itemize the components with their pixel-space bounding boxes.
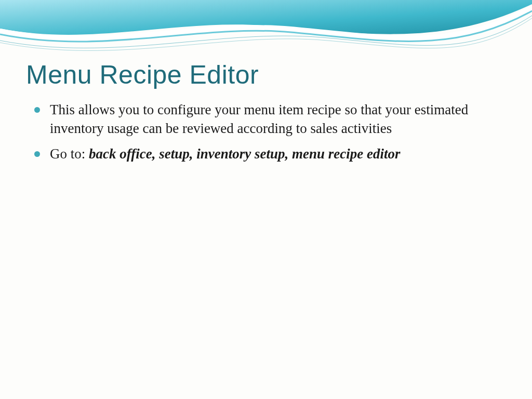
bullet-text-bold: back office, setup, inventory setup, men… (89, 146, 400, 162)
bullet-text: This allows you to configure your menu i… (50, 102, 468, 136)
slide-content: Menu Recipe Editor This allows you to co… (26, 60, 506, 169)
bullet-text-prefix: Go to: (50, 146, 89, 162)
slide-title: Menu Recipe Editor (26, 60, 506, 90)
bullet-list: This allows you to configure your menu i… (26, 100, 506, 163)
bullet-item: Go to: back office, setup, inventory set… (47, 144, 506, 163)
bullet-item: This allows you to configure your menu i… (47, 100, 506, 138)
